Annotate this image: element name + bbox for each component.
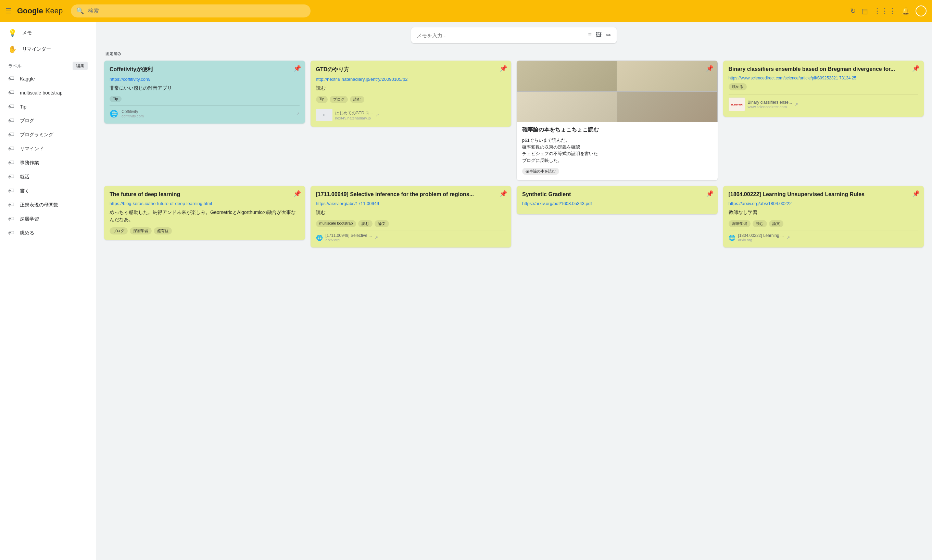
- note-tag-paper[interactable]: 論文: [769, 220, 783, 227]
- pin-icon[interactable]: 📌: [499, 190, 507, 197]
- note-tag-read[interactable]: 読む: [753, 220, 767, 227]
- photo-cell-3: [517, 91, 617, 122]
- sidebar-item-blog[interactable]: 🏷 ブログ: [0, 114, 96, 128]
- pinned-section-label: 固定済み: [104, 51, 924, 57]
- note-tag-blog[interactable]: ブログ: [109, 227, 128, 234]
- note-tag-paper[interactable]: 論文: [374, 220, 389, 227]
- sidebar-item-memo[interactable]: 💡 メモ: [0, 25, 93, 41]
- logo-google: Google: [17, 6, 43, 15]
- pin-icon[interactable]: 📌: [293, 65, 301, 72]
- pin-icon[interactable]: 📌: [912, 190, 920, 197]
- note-binary-classifiers: 📌 Binary classifiers ensemble based on B…: [723, 61, 924, 117]
- note-link-preview[interactable]: 🌐 [1711.00949] Selective ... arxiv.org ↗: [316, 230, 506, 242]
- note-title: Synthetic Gradient: [522, 191, 712, 197]
- note-unsupervised: 📌 [1804.00222] Learning Unsupervised Lea…: [723, 186, 924, 248]
- sidebar-item-kaggle[interactable]: 🏷 Kaggle: [0, 72, 96, 86]
- pin-icon[interactable]: 📌: [912, 65, 920, 72]
- logo-keep: Keep: [45, 6, 63, 15]
- note-tags: Tip ブログ 読む: [316, 96, 506, 103]
- sidebar-item-task[interactable]: 🏷 事務作業: [0, 156, 96, 170]
- note-link[interactable]: https://blog.keras.io/the-future-of-deep…: [109, 201, 300, 206]
- label-icon-job: 🏷: [8, 173, 14, 180]
- sidebar-item-reminder2[interactable]: 🏷 リマインド: [0, 142, 96, 156]
- sidebar-item-job[interactable]: 🏷 就活: [0, 170, 96, 184]
- avatar[interactable]: [915, 6, 926, 17]
- sidebar-item-deep[interactable]: 🏷 深層学習: [0, 212, 96, 226]
- note-tag[interactable]: Tip: [109, 96, 122, 102]
- note-link[interactable]: http://next49.hatenadiary.jp/entry/20090…: [316, 77, 506, 82]
- sidebar-item-multiscale[interactable]: 🏷 multiscale bootstrap: [0, 86, 96, 100]
- label-icon-watch: 🏷: [8, 229, 14, 237]
- checklist-icon[interactable]: ≡: [588, 31, 592, 39]
- label-text-job: 就活: [20, 174, 29, 180]
- external-link-icon[interactable]: ↗: [795, 102, 798, 107]
- sidebar-item-watch[interactable]: 🏷 眺める: [0, 226, 96, 240]
- note-link[interactable]: https://coffitivity.com/: [109, 77, 300, 82]
- globe-icon: 🌐: [729, 234, 735, 241]
- sidebar-item-tip[interactable]: 🏷 Tip: [0, 100, 96, 114]
- sidebar-item-write[interactable]: 🏷 書く: [0, 184, 96, 198]
- pin-icon[interactable]: 📌: [293, 190, 301, 197]
- menu-icon[interactable]: ☰: [6, 7, 12, 15]
- note-link[interactable]: https://arxiv.org/pdf/1608.05343.pdf: [522, 201, 712, 206]
- notification-icon[interactable]: 🔔: [901, 7, 910, 15]
- globe-icon: 🌐: [316, 234, 323, 241]
- note-tag-multiscale[interactable]: multiscale bootstrap: [316, 220, 356, 227]
- sidebar-item-programming[interactable]: 🏷 プログラミング: [0, 128, 96, 142]
- sidebar-item-regex[interactable]: 🏷 正規表現の母関数: [0, 198, 96, 212]
- label-icon-task: 🏷: [8, 159, 14, 166]
- hand-icon: ✋: [8, 45, 17, 54]
- sidebar-label-reminder: リマインダー: [22, 46, 51, 52]
- note-tag-useful[interactable]: 超有益: [154, 227, 172, 234]
- note-link-preview[interactable]: ELSEVIER Binary classifiers ense... www.…: [729, 94, 919, 111]
- header: ☰ Google Keep 🔍 ↻ ▤ ⋮⋮⋮ 🔔: [0, 0, 932, 22]
- note-tag-blog[interactable]: ブログ: [330, 96, 348, 103]
- note-title: Coffetivityが便利: [109, 66, 300, 73]
- new-note-box[interactable]: ≡ 🖼 ✏: [411, 28, 617, 43]
- note-synthetic-gradient: 📌 Synthetic Gradient https://arxiv.org/p…: [517, 186, 718, 214]
- note-tag-deep[interactable]: 深層学習: [729, 220, 750, 227]
- search-icon: 🔍: [76, 7, 84, 15]
- draw-icon[interactable]: ✏: [606, 31, 611, 39]
- preview-info: はじめてのGTD ス... next49.hatenadiary.jp: [335, 110, 373, 120]
- note-body: 読む: [316, 209, 506, 216]
- note-tag-read[interactable]: 読む: [350, 96, 364, 103]
- preview-thumbnail: H: [316, 109, 333, 121]
- image-icon[interactable]: 🖼: [596, 31, 602, 39]
- preview-text-block: Coffitivity coffitivity.com: [122, 109, 144, 118]
- note-link[interactable]: https://www.sciencedirect.com/science/ar…: [729, 75, 919, 80]
- search-input[interactable]: [88, 8, 305, 14]
- note-link[interactable]: https://arxiv.org/abs/1804.00222: [729, 201, 919, 206]
- sidebar-label-memo: メモ: [22, 30, 32, 36]
- note-tag-watch[interactable]: 眺める: [729, 83, 747, 90]
- note-link-preview[interactable]: 🌐 [1804.00222] Learning ... arxiv.org ↗: [729, 230, 919, 242]
- view-toggle-icon[interactable]: ▤: [861, 7, 868, 15]
- label-icon-reminder2: 🏷: [8, 145, 14, 152]
- new-note-input[interactable]: [417, 32, 588, 38]
- note-link-preview[interactable]: H はじめてのGTD ス... next49.hatenadiary.jp ↗: [316, 106, 506, 121]
- refresh-icon[interactable]: ↻: [850, 7, 856, 15]
- search-bar[interactable]: 🔍: [71, 5, 311, 17]
- pin-icon[interactable]: 📌: [499, 65, 507, 72]
- external-link-icon[interactable]: ↗: [376, 112, 379, 117]
- external-link-icon[interactable]: ↗: [374, 235, 378, 240]
- label-text-tip: Tip: [20, 104, 26, 109]
- external-link-icon[interactable]: ↗: [787, 235, 790, 240]
- note-tag-probability[interactable]: 確率論の本を読む: [522, 168, 559, 175]
- external-link-icon[interactable]: ↗: [296, 111, 300, 116]
- note-gtd: 📌 GTDのやり方 http://next49.hatenadiary.jp/e…: [311, 61, 511, 127]
- preview-domain: www.sciencedirect.com: [748, 105, 792, 109]
- apps-icon[interactable]: ⋮⋮⋮: [873, 6, 896, 15]
- note-link-preview[interactable]: 🌐 Coffitivity coffitivity.com ↗: [109, 105, 300, 118]
- edit-labels-button[interactable]: 編集: [72, 62, 88, 70]
- note-link[interactable]: https://arxiv.org/abs/1711.00949: [316, 201, 506, 206]
- note-tag-deep[interactable]: 深層学習: [130, 227, 152, 234]
- pin-icon[interactable]: 📌: [706, 65, 713, 72]
- sidebar-item-reminder[interactable]: ✋ リマインダー: [0, 41, 93, 57]
- pin-icon[interactable]: 📌: [706, 190, 713, 197]
- preview-title: はじめてのGTD ス...: [335, 110, 373, 116]
- note-tag-read[interactable]: 読む: [358, 220, 373, 227]
- label-icon-blog: 🏷: [8, 117, 14, 124]
- label-text-multiscale: multiscale bootstrap: [20, 90, 63, 95]
- note-tag-tip[interactable]: Tip: [316, 96, 328, 103]
